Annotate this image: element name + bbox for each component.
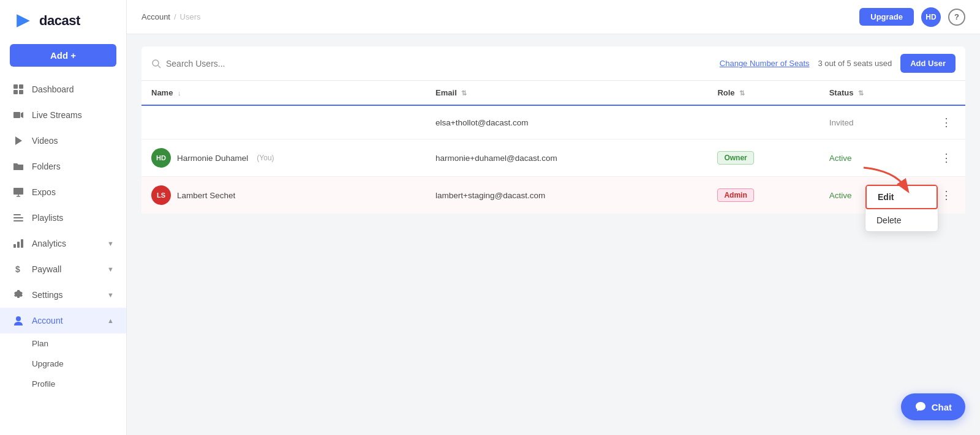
- you-label: (You): [257, 154, 274, 162]
- user-name: Harmonie Duhamel: [177, 154, 248, 163]
- role-badge: Owner: [717, 151, 753, 165]
- user-name-cell: HD Harmonie Duhamel (You): [141, 139, 426, 177]
- play-icon: [12, 135, 24, 147]
- help-icon[interactable]: ?: [948, 9, 965, 26]
- sidebar-item-dashboard[interactable]: Dashboard: [0, 76, 126, 102]
- account-subitem-profile[interactable]: Profile: [0, 374, 126, 394]
- user-name-cell: [141, 105, 426, 139]
- svg-rect-16: [21, 239, 23, 248]
- column-actions: [927, 81, 965, 105]
- logo-text: dacast: [39, 13, 80, 29]
- svg-point-18: [16, 316, 21, 321]
- svg-rect-12: [13, 217, 23, 218]
- add-user-button[interactable]: Add User: [900, 54, 956, 73]
- column-role[interactable]: Role ⇅: [707, 81, 819, 105]
- add-button[interactable]: Add +: [10, 44, 116, 67]
- account-subitems: Plan Upgrade Profile: [0, 333, 126, 394]
- sidebar-item-videos[interactable]: Videos: [0, 128, 126, 154]
- breadcrumb-current: Users: [180, 12, 201, 21]
- grid-icon: [12, 83, 24, 95]
- sidebar-item-account[interactable]: Account ▲: [0, 308, 126, 333]
- person-icon: [12, 314, 24, 327]
- chat-button[interactable]: Chat: [901, 393, 965, 420]
- topbar-right: Upgrade HD ?: [859, 7, 965, 27]
- status-badge: Invited: [829, 118, 854, 127]
- user-role-cell: Owner: [707, 139, 819, 177]
- sidebar-item-account-label: Account: [32, 316, 63, 325]
- breadcrumb: Account / Users: [141, 12, 201, 21]
- user-role-cell: [707, 105, 819, 139]
- sidebar-item-paywall[interactable]: $ Paywall ▼: [0, 256, 126, 282]
- user-status-cell: Active: [820, 139, 927, 177]
- main-content: Account / Users Upgrade HD ? Change Numb…: [127, 0, 980, 435]
- more-options-button[interactable]: ⋮: [937, 114, 956, 130]
- status-sort-icon: ⇅: [858, 89, 864, 97]
- video-icon: [12, 109, 24, 121]
- svg-rect-5: [13, 112, 20, 118]
- upgrade-button[interactable]: Upgrade: [859, 8, 914, 26]
- edit-menu-item[interactable]: Edit: [865, 185, 938, 209]
- svg-rect-8: [13, 188, 23, 195]
- more-options-button[interactable]: ⋮: [937, 150, 956, 166]
- paywall-chevron-icon: ▼: [107, 266, 114, 273]
- delete-menu-item[interactable]: Delete: [865, 209, 938, 231]
- svg-rect-14: [13, 244, 16, 248]
- breadcrumb-parent[interactable]: Account: [141, 12, 170, 21]
- seats-info: 3 out of 5 seats used: [818, 59, 892, 68]
- table-row: HD Harmonie Duhamel (You) harmonie+duham…: [141, 139, 965, 177]
- sidebar-item-settings[interactable]: Settings ▼: [0, 282, 126, 308]
- sidebar-item-analytics[interactable]: Analytics ▼: [0, 231, 126, 256]
- logo: dacast: [0, 0, 126, 39]
- toolbar-right: Change Number of Seats 3 out of 5 seats …: [720, 54, 956, 73]
- chat-label: Chat: [932, 402, 952, 412]
- column-email[interactable]: Email ⇅: [426, 81, 707, 105]
- bar-chart-icon: [12, 237, 24, 250]
- account-subitem-plan[interactable]: Plan: [0, 333, 126, 354]
- search-icon: [151, 59, 161, 69]
- svg-text:$: $: [15, 264, 20, 274]
- change-seats-link[interactable]: Change Number of Seats: [720, 59, 810, 68]
- sidebar-item-live-streams[interactable]: Live Streams: [0, 102, 126, 128]
- users-table: Name ↓ Email ⇅ Role ⇅ Status: [141, 81, 965, 214]
- sidebar-item-playlists[interactable]: Playlists: [0, 205, 126, 231]
- dacast-logo-icon: [12, 10, 34, 32]
- table-header-row: Name ↓ Email ⇅ Role ⇅ Status: [141, 81, 965, 105]
- column-name[interactable]: Name ↓: [141, 81, 426, 105]
- svg-marker-6: [21, 112, 23, 118]
- account-subitem-upgrade[interactable]: Upgrade: [0, 354, 126, 374]
- sidebar-item-paywall-label: Paywall: [32, 264, 61, 274]
- sidebar-item-live-streams-label: Live Streams: [32, 110, 82, 120]
- column-status[interactable]: Status ⇅: [820, 81, 927, 105]
- sidebar-item-expos[interactable]: Expos: [0, 179, 126, 205]
- sidebar-item-settings-label: Settings: [32, 290, 63, 300]
- user-email-cell: harmonie+duhamel@dacast.com: [426, 139, 707, 177]
- svg-rect-1: [13, 84, 18, 89]
- gear-icon: [12, 289, 24, 301]
- dollar-icon: $: [12, 263, 24, 275]
- svg-rect-3: [13, 90, 18, 94]
- search-input[interactable]: [166, 59, 313, 69]
- svg-rect-4: [19, 90, 23, 94]
- list-icon: [12, 212, 24, 224]
- settings-chevron-icon: ▼: [107, 291, 114, 299]
- chat-icon: [914, 401, 927, 413]
- users-table-wrap: Name ↓ Email ⇅ Role ⇅ Status: [141, 81, 965, 214]
- more-options-button[interactable]: ⋮: [937, 187, 956, 203]
- sidebar-item-playlists-label: Playlists: [32, 213, 63, 223]
- avatar: LS: [151, 185, 171, 205]
- analytics-chevron-icon: ▼: [107, 240, 114, 247]
- role-badge: Admin: [717, 188, 753, 202]
- sidebar-item-folders[interactable]: Folders: [0, 154, 126, 179]
- svg-rect-11: [13, 214, 21, 215]
- avatar[interactable]: HD: [921, 7, 941, 27]
- context-dropdown-menu: Edit Delete: [865, 184, 938, 232]
- content-area: Change Number of Seats 3 out of 5 seats …: [127, 34, 980, 435]
- table-row: elsa+thollot@dacast.com Invited ⋮: [141, 105, 965, 139]
- sidebar-item-expos-label: Expos: [32, 187, 56, 197]
- email-sort-icon: ⇅: [461, 89, 467, 97]
- svg-rect-2: [19, 84, 23, 89]
- status-badge: Active: [829, 154, 852, 163]
- svg-rect-15: [17, 242, 20, 248]
- monitor-icon: [12, 186, 24, 198]
- sidebar: dacast Add + Dashboard Live Streams Vide…: [0, 0, 127, 435]
